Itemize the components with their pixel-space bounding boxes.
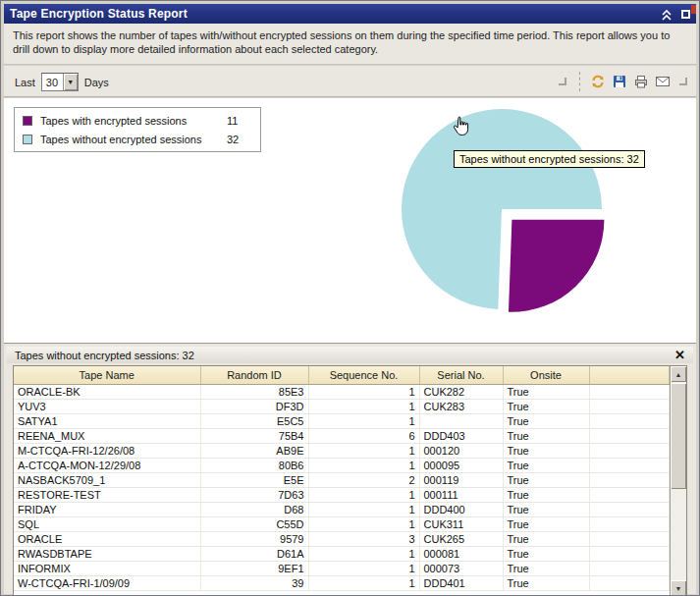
table-cell: RESTORE-TEST <box>14 487 200 502</box>
table-cell: SQL <box>14 516 200 531</box>
table-cell: True <box>503 443 589 458</box>
table-row[interactable]: REENA_MUX75B46DDD403True <box>14 428 670 443</box>
table-cell: True <box>503 413 589 428</box>
table-cell: 1 <box>308 443 419 458</box>
table-cell <box>589 516 670 531</box>
table-cell: NASBACK5709_1 <box>14 472 200 487</box>
table-cell <box>589 399 670 413</box>
chart-legend: Tapes with encrypted sessions 11 Tapes w… <box>14 107 261 152</box>
table-row[interactable]: SQLC55D1CUK311True <box>14 516 670 531</box>
table-cell <box>589 443 670 458</box>
table-cell: CUK311 <box>419 516 503 531</box>
titlebar: Tape Encryption Status Report <box>4 4 696 24</box>
chart-area: Tapes with encrypted sessions 11 Tapes w… <box>4 98 696 343</box>
table-cell: 3 <box>308 531 419 546</box>
table-row[interactable]: RESTORE-TEST7D631000111True <box>14 487 670 502</box>
table-cell: 000119 <box>419 472 503 487</box>
table-cell: 1 <box>308 502 419 516</box>
table-cell: W-CTCQA-FRI-1/09/09 <box>14 575 200 590</box>
table-cell: 1 <box>308 546 419 561</box>
table-row[interactable]: NASBACK5709_1E5E2000119True <box>14 472 670 487</box>
table-row[interactable]: YUV3DF3D1CUK283True <box>14 399 670 413</box>
close-icon[interactable]: ✕ <box>674 349 685 361</box>
table-cell: True <box>503 487 589 502</box>
period-dropdown-value: 30 <box>42 77 63 88</box>
refresh-icon[interactable] <box>589 73 607 90</box>
table-cell: 6 <box>308 428 419 443</box>
table-row[interactable]: W-CTCQA-FRI-1/09/09391DDD401True <box>14 575 670 590</box>
table-row[interactable]: INFORMIX9EF11000073True <box>14 561 670 575</box>
table-cell: AB9E <box>200 443 308 458</box>
table-cell <box>589 502 670 516</box>
table-cell: 000073 <box>419 561 503 575</box>
table-row[interactable]: ORACLE95793CUK265True <box>14 531 670 546</box>
table-cell: DDD400 <box>419 502 503 516</box>
scroll-up-icon[interactable]: ▲ <box>671 366 686 382</box>
column-header-tape-name[interactable]: Tape Name <box>14 366 200 384</box>
column-header-sequence-no[interactable]: Sequence No. <box>308 366 419 384</box>
legend-value: 32 <box>227 134 252 145</box>
chart-tooltip: Tapes without encrypted sessions: 32 <box>454 150 645 168</box>
period-dropdown[interactable]: 30 ▼ <box>41 73 79 91</box>
column-header-serial-no[interactable]: Serial No. <box>419 366 503 384</box>
table-cell: E5E <box>200 472 308 487</box>
table-row[interactable]: FRIDAYD681DDD400True <box>14 502 670 516</box>
maximize-icon[interactable] <box>681 10 690 19</box>
table-cell <box>589 531 670 546</box>
table-cell: CUK282 <box>419 384 503 399</box>
table-cell: CUK283 <box>419 399 503 413</box>
legend-item[interactable]: Tapes with encrypted sessions 11 <box>23 113 252 128</box>
save-icon[interactable] <box>611 73 628 90</box>
print-icon[interactable] <box>632 73 650 90</box>
table-cell: YUV3 <box>14 399 200 413</box>
scroll-down-icon[interactable]: ▼ <box>671 580 686 596</box>
legend-label: Tapes with encrypted sessions <box>40 115 227 127</box>
toolbar-separator <box>579 72 580 91</box>
detail-panel: Tapes without encrypted sessions: 32 ✕ T… <box>4 343 696 594</box>
table-cell <box>589 384 670 399</box>
table-row[interactable]: ORACLE-BK85E31CUK282True <box>14 384 670 399</box>
table-row[interactable]: RWASDBTAPED61A1000081True <box>14 546 670 561</box>
period-suffix-label: Days <box>84 77 109 88</box>
table-cell: FRIDAY <box>14 502 200 516</box>
legend-item[interactable]: Tapes without encrypted sessions 32 <box>23 132 252 146</box>
table-cell: 000120 <box>419 443 503 458</box>
chevron-down-icon[interactable]: ▼ <box>63 74 78 90</box>
scrollbar-thumb[interactable] <box>671 383 686 489</box>
pie-slice-0[interactable] <box>509 220 604 312</box>
table-row[interactable]: SATYA1E5C51True <box>14 413 670 428</box>
column-header-random-id[interactable]: Random ID <box>200 366 308 384</box>
pie-chart <box>392 101 622 332</box>
table-cell: 1 <box>308 384 419 399</box>
table-cell <box>589 575 670 590</box>
table-cell: A-CTCQA-MON-12/29/08 <box>14 458 200 472</box>
table-cell: DDD401 <box>419 575 503 590</box>
table-cell: ORACLE <box>14 531 200 546</box>
table-cell: D61A <box>200 546 308 561</box>
table-cell: M-CTCQA-FRI-12/26/08 <box>14 443 200 458</box>
table-cell: 2 <box>308 472 419 487</box>
table-cell: True <box>503 384 589 399</box>
table-cell <box>589 546 670 561</box>
table-cell: True <box>503 575 589 590</box>
detail-table: Tape Name Random ID Sequence No. Serial … <box>13 365 687 596</box>
table-cell: 75B4 <box>200 428 308 443</box>
collapse-panel-icon[interactable] <box>658 5 675 23</box>
column-header-onsite[interactable]: Onsite <box>503 366 589 384</box>
email-icon[interactable] <box>654 73 672 90</box>
table-cell: True <box>503 472 589 487</box>
table-cell: 39 <box>200 575 308 590</box>
table-cell: 1 <box>308 575 419 590</box>
table-scrollbar[interactable]: ▲ ▼ <box>670 366 686 596</box>
toolbar: Last 30 ▼ Days <box>4 66 696 97</box>
table-row[interactable]: A-CTCQA-MON-12/29/0880B61000095True <box>14 458 670 472</box>
table-cell: E5C5 <box>200 413 308 428</box>
table-cell: DF3D <box>200 399 308 413</box>
table-cell: True <box>503 531 589 546</box>
column-header-blank <box>589 366 670 384</box>
table-cell: 1 <box>308 516 419 531</box>
corner-grip-icon <box>679 78 687 85</box>
close-icon[interactable] <box>691 5 696 14</box>
legend-label: Tapes without encrypted sessions <box>40 134 227 145</box>
table-row[interactable]: M-CTCQA-FRI-12/26/08AB9E1000120True <box>14 443 670 458</box>
